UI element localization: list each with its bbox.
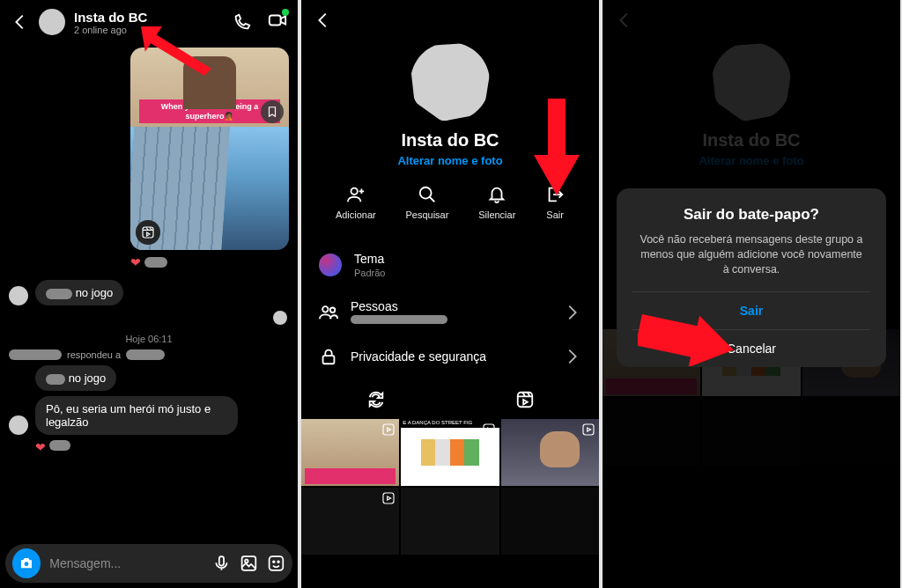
media-thumb[interactable] (401, 488, 499, 555)
search-icon (418, 185, 437, 204)
privacy-item[interactable]: Privacidade e segurança (317, 336, 583, 377)
bookmark-button[interactable] (261, 100, 284, 123)
shared-media-grid: E A DANÇA DO STREET FIG (301, 419, 599, 555)
redaction (49, 440, 70, 451)
back-icon[interactable] (11, 12, 30, 32)
people-item[interactable]: Pessoas (317, 289, 583, 336)
modal-cancel-button[interactable]: Cancelar (632, 329, 870, 367)
reels-icon (136, 220, 160, 245)
heart-icon: ❤ (35, 440, 46, 454)
svg-rect-14 (323, 356, 335, 364)
reaction-row: ❤ (130, 255, 289, 269)
lock-icon (319, 347, 338, 366)
leave-icon (545, 185, 565, 204)
seen-avatar (273, 311, 287, 325)
media-thumb[interactable] (301, 488, 399, 555)
redaction (46, 374, 65, 385)
svg-rect-4 (242, 556, 256, 570)
chevron-right-icon (562, 347, 581, 366)
message-bubble[interactable]: Pô, eu seria um herói mó justo e legalzã… (35, 396, 238, 435)
svg-rect-0 (270, 16, 281, 26)
sender-avatar[interactable] (9, 286, 28, 305)
message-text: no jogo (76, 286, 114, 299)
message-in: no jogo (9, 280, 289, 305)
media-thumb[interactable] (301, 419, 399, 486)
redaction (144, 257, 167, 268)
svg-point-11 (420, 187, 432, 199)
svg-rect-18 (583, 424, 594, 435)
bell-icon (487, 185, 506, 204)
message-text: no jogo (69, 371, 107, 385)
svg-point-8 (277, 561, 279, 562)
svg-rect-19 (383, 493, 394, 503)
people-icon (319, 303, 338, 322)
redaction (126, 349, 165, 360)
theme-icon (319, 254, 342, 276)
modal-title: Sair do bate-papo? (632, 206, 870, 224)
svg-point-10 (351, 188, 357, 195)
timestamp: Hoje 06:11 (9, 334, 289, 344)
svg-rect-3 (219, 556, 224, 565)
modal-confirm-button[interactable]: Sair (632, 291, 870, 329)
svg-rect-17 (484, 424, 494, 435)
reshare-tab-icon[interactable] (366, 390, 386, 409)
action-row: Adicionar Pesquisar Silenciar Sair (321, 185, 580, 220)
reel-caption: When you suck at being a superhero🤦🏾 (139, 99, 280, 123)
settings-list: Tema Padrão Pessoas Privacidade e segura… (301, 241, 599, 377)
chat-title: Insta do BC (74, 10, 147, 25)
svg-point-2 (25, 562, 29, 566)
group-avatar[interactable] (39, 9, 65, 35)
panel-leave-confirm: Insta do BC Alterar nome e foto Sair do … (603, 0, 900, 588)
add-person-icon (346, 185, 366, 204)
leave-button[interactable]: Sair (545, 185, 565, 220)
svg-rect-6 (270, 556, 284, 570)
video-call-button[interactable] (268, 11, 287, 33)
reels-tab-icon[interactable] (515, 390, 535, 409)
camera-button[interactable] (12, 548, 41, 578)
modal-body: Você não receberá mensagens deste grupo … (632, 232, 870, 277)
svg-point-5 (245, 560, 248, 562)
svg-point-7 (273, 561, 275, 562)
redaction (46, 289, 72, 299)
sticker-icon[interactable] (267, 554, 285, 573)
svg-rect-1 (143, 227, 153, 238)
sender-avatar[interactable] (9, 415, 28, 435)
online-indicator-icon (282, 9, 289, 16)
edit-name-photo-link[interactable]: Alterar nome e foto (301, 154, 599, 167)
group-avatar[interactable] (410, 42, 490, 121)
message-in: Pô, eu seria um herói mó justo e legalzã… (9, 396, 289, 435)
mute-button[interactable]: Silenciar (478, 185, 515, 220)
mic-icon[interactable] (212, 554, 231, 573)
message-bubble[interactable]: no jogo (35, 280, 123, 305)
panel-chat: Insta do BC 2 online ago When you suck a… (0, 0, 298, 588)
media-thumb[interactable] (501, 419, 599, 486)
svg-rect-15 (517, 393, 532, 408)
back-icon[interactable] (314, 11, 333, 30)
call-icon[interactable] (233, 12, 252, 32)
chat-header: Insta do BC 2 online ago (0, 0, 298, 44)
shared-reel[interactable]: When you suck at being a superhero🤦🏾 (130, 48, 289, 250)
media-thumb[interactable]: E A DANÇA DO STREET FIG (401, 419, 499, 486)
panel-group-settings: Insta do BC Alterar nome e foto Adiciona… (301, 0, 599, 588)
search-button[interactable]: Pesquisar (405, 185, 448, 220)
media-tabs (301, 382, 599, 417)
chat-messages: When you suck at being a superhero🤦🏾 ❤ n… (0, 44, 298, 516)
svg-point-13 (330, 308, 336, 313)
message-bubble[interactable]: no jogo (35, 365, 116, 391)
message-in: no jogo (9, 365, 289, 391)
chat-title-block[interactable]: Insta do BC 2 online ago (74, 10, 147, 35)
redaction (351, 315, 447, 324)
message-composer (5, 544, 292, 583)
svg-point-12 (322, 306, 328, 312)
chat-status: 2 online ago (74, 25, 147, 35)
gallery-icon[interactable] (240, 554, 258, 573)
add-member-button[interactable]: Adicionar (336, 185, 376, 220)
media-thumb[interactable] (501, 488, 599, 555)
chevron-right-icon (562, 303, 581, 322)
redaction (9, 349, 62, 360)
theme-item[interactable]: Tema Padrão (317, 241, 583, 289)
message-input[interactable] (49, 556, 203, 570)
group-title: Insta do BC (301, 130, 599, 151)
svg-rect-16 (383, 424, 394, 435)
heart-icon: ❤ (130, 255, 141, 269)
